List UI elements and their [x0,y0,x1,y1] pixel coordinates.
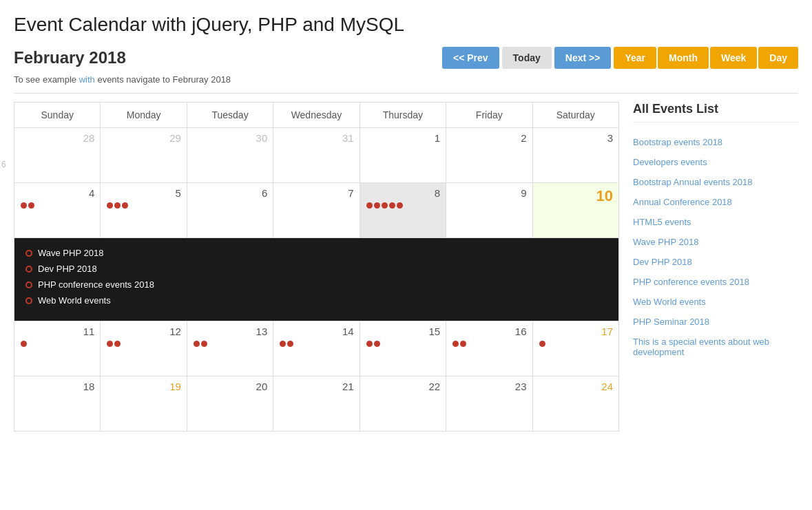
day-cell[interactable]: 15 [360,321,446,376]
subtitle: To see example with events navigate to F… [14,74,798,85]
event-dot [452,341,459,347]
event-dot [28,202,34,209]
event-dot [397,202,403,209]
day-cell[interactable]: 6 [187,183,273,238]
day-cell[interactable]: 2 [446,128,532,183]
event-dot [122,202,128,209]
event-dot [287,341,293,347]
day-cell[interactable]: 21 [273,376,360,432]
popup-event-label: Web World events [38,295,111,306]
col-header-tuesday: Tuesday [187,103,273,128]
prev-button[interactable]: << Prev [442,47,499,69]
day-cell[interactable]: 29 [101,128,187,183]
event-dot [201,341,207,347]
day-cell-selected[interactable]: 8 [360,183,446,238]
popup-dot [25,297,32,304]
event-dot [194,341,200,347]
event-dot [107,341,113,347]
day-cell[interactable]: 28 [14,128,101,183]
sidebar-event-9[interactable]: Web World events [633,292,798,312]
popup-event-2[interactable]: Dev PHP 2018 [25,264,607,274]
view-year-button[interactable]: Year [614,47,656,69]
day-cell[interactable]: 3 [532,128,618,183]
day-cell[interactable]: 7 [273,183,360,238]
col-header-sunday: Sunday [14,103,101,128]
sidebar-title: All Events List [633,102,798,123]
col-header-wednesday: Wednesday [273,103,360,128]
event-popup: Wave PHP 2018 Dev PHP 2018 PHP conferenc… [14,238,618,321]
calendar-week-2: 4 5 6 7 8 [14,183,619,238]
view-week-button[interactable]: Week [710,47,757,69]
next-button[interactable]: Next >> [554,47,612,69]
event-dot [374,202,380,209]
event-dot [107,202,113,209]
sidebar-event-2[interactable]: Developers events [633,152,798,172]
sidebar: All Events List Bootstrap events 2018 De… [633,102,798,432]
day-cell[interactable]: 18 [14,376,101,432]
sidebar-event-5[interactable]: HTML5 events [633,212,798,232]
sidebar-event-1[interactable]: Bootstrap events 2018 [633,132,798,152]
event-dot [21,202,27,209]
day-cell[interactable]: 13 [187,321,273,376]
view-month-button[interactable]: Month [658,47,709,69]
event-dot [539,341,545,347]
event-dot [114,202,121,209]
col-header-thursday: Thursday [360,103,446,128]
day-cell[interactable]: 9 [446,183,532,238]
col-header-monday: Monday [101,103,187,128]
sidebar-event-10[interactable]: PHP Seminar 2018 [633,312,798,332]
event-dot [382,202,388,209]
subtitle-link[interactable]: with [79,74,95,85]
day-cell[interactable]: 23 [446,376,532,432]
day-cell[interactable]: 30 [187,128,273,183]
day-cell[interactable]: 5 [101,183,187,238]
calendar-week-4: 18 19 20 21 22 23 24 [14,376,619,432]
event-dot [366,202,373,209]
day-cell[interactable]: 1 [360,128,446,183]
page-title: Event Calendar with jQuery, PHP and MySQ… [14,14,798,36]
event-dot [389,202,395,209]
month-title: February 2018 [14,48,126,67]
popup-event-3[interactable]: PHP conference events 2018 [25,279,607,290]
popup-event-1[interactable]: Wave PHP 2018 [25,248,607,258]
day-cell[interactable]: 14 [273,321,360,376]
popup-dot [25,266,32,273]
day-cell[interactable]: 12 [101,321,187,376]
view-day-button[interactable]: Day [758,47,798,69]
popup-event-label: Wave PHP 2018 [38,248,103,258]
event-dot [460,341,466,347]
event-dot [374,341,380,347]
sidebar-event-6[interactable]: Wave PHP 2018 [633,232,798,252]
today-cell[interactable]: 10 [532,183,618,238]
sidebar-event-11[interactable]: This is a special events about web devel… [633,332,798,362]
week-number: 6 [1,160,6,169]
day-cell[interactable]: 24 [532,376,618,432]
calendar-week-3: 11 12 13 14 [14,321,619,376]
day-cell[interactable]: 16 [446,321,532,376]
event-dot [21,341,27,347]
sidebar-event-8[interactable]: PHP conference events 2018 [633,272,798,292]
day-cell[interactable]: 11 [14,321,101,376]
popup-event-label: Dev PHP 2018 [38,264,97,274]
view-selector: Year Month Week Day [614,47,798,69]
day-cell[interactable]: 20 [187,376,273,432]
today-button[interactable]: Today [502,47,552,69]
calendar-table: Sunday Monday Tuesday Wednesday Thursday… [14,102,619,432]
day-cell[interactable]: 17 [532,321,618,376]
sidebar-event-3[interactable]: Bootstrap Annual events 2018 [633,172,798,192]
calendar-week-1: 28 29 30 31 1 2 3 [14,128,619,183]
day-cell[interactable]: 4 [14,183,101,238]
day-cell[interactable]: 22 [360,376,446,432]
popup-dot [25,281,32,288]
popup-event-4[interactable]: Web World events [25,295,607,306]
popup-dot [25,250,32,257]
day-cell[interactable]: 31 [273,128,360,183]
popup-event-label: PHP conference events 2018 [38,279,154,290]
day-cell[interactable]: 19 [101,376,187,432]
sidebar-event-4[interactable]: Annual Conference 2018 [633,192,798,212]
col-header-friday: Friday [446,103,532,128]
popup-row: Wave PHP 2018 Dev PHP 2018 PHP conferenc… [14,238,619,321]
col-header-saturday: Saturday [532,103,618,128]
sidebar-event-7[interactable]: Dev PHP 2018 [633,252,798,272]
event-dot [114,341,121,347]
